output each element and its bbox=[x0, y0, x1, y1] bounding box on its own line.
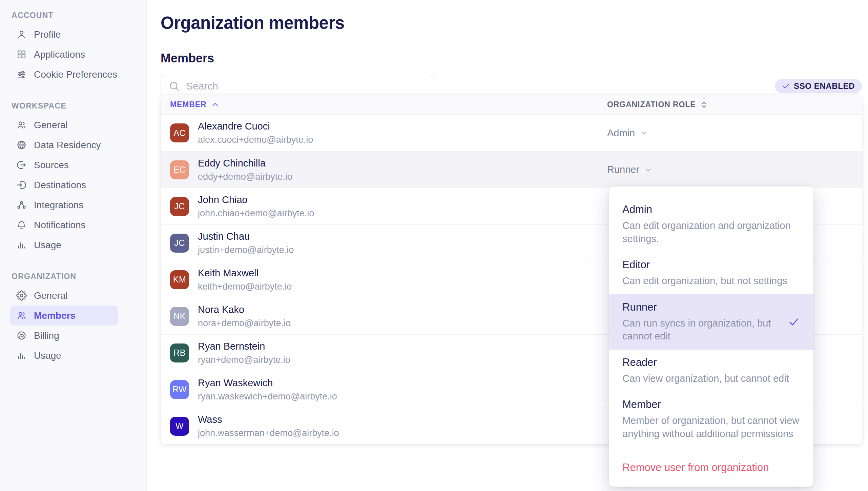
sidebar-item-billing[interactable]: Billing bbox=[10, 326, 118, 346]
sidebar-item-label: Profile bbox=[34, 29, 61, 40]
member-name: John Chiao bbox=[198, 195, 314, 205]
sidebar-item-notifications[interactable]: Notifications bbox=[10, 215, 118, 235]
avatar: KM bbox=[170, 270, 189, 289]
role-option-description: Member of organization, but cannot view … bbox=[622, 414, 800, 440]
sidebar-item-label: Usage bbox=[34, 350, 61, 361]
sidebar-item-general[interactable]: General bbox=[10, 286, 118, 306]
member-email: justin+demo@airbyte.io bbox=[198, 246, 294, 255]
member-cell: NKNora Kakonora+demo@airbyte.io bbox=[170, 305, 607, 328]
member-email: ryan+demo@airbyte.io bbox=[198, 355, 290, 365]
role-option-title: Admin bbox=[622, 203, 800, 216]
member-name: Nora Kako bbox=[198, 305, 291, 315]
users-icon bbox=[16, 310, 27, 321]
avatar: AC bbox=[170, 123, 189, 142]
role-option-reader[interactable]: ReaderCan view organization, but cannot … bbox=[609, 350, 813, 392]
sidebar-item-applications[interactable]: Applications bbox=[10, 44, 118, 64]
bar-chart-icon bbox=[16, 350, 27, 361]
member-info: Keith Maxwellkeith+demo@airbyte.io bbox=[198, 268, 292, 291]
member-name: Justin Chau bbox=[198, 232, 294, 241]
avatar: RW bbox=[170, 380, 189, 399]
member-name: Alexandre Cuoci bbox=[198, 121, 313, 131]
role-dropdown-trigger[interactable]: Runner bbox=[607, 164, 862, 175]
users-icon bbox=[16, 120, 27, 130]
member-column-label: MEMBER bbox=[170, 100, 207, 109]
integrations-icon bbox=[16, 200, 27, 210]
sidebar-section-label: ORGANIZATION bbox=[0, 271, 146, 281]
members-controls: SSO ENABLED bbox=[161, 75, 862, 97]
remove-user-from-organization-button[interactable]: Remove user from organization bbox=[609, 453, 813, 478]
member-cell: ECEddy Chinchillaeddy+demo@airbyte.io bbox=[170, 158, 607, 181]
member-info: Nora Kakonora+demo@airbyte.io bbox=[198, 305, 291, 328]
avatar: JC bbox=[170, 197, 189, 216]
member-info: Eddy Chinchillaeddy+demo@airbyte.io bbox=[198, 158, 292, 181]
sidebar-item-label: Usage bbox=[34, 240, 61, 251]
member-email: john.chiao+demo@airbyte.io bbox=[198, 209, 314, 218]
sidebar-item-label: Billing bbox=[34, 330, 59, 341]
apps-grid-icon bbox=[16, 49, 27, 60]
role-option-admin[interactable]: AdminCan edit organization and organizat… bbox=[609, 197, 813, 252]
sidebar-item-sources[interactable]: Sources bbox=[10, 155, 118, 175]
sidebar-item-usage[interactable]: Usage bbox=[10, 346, 118, 366]
role-option-member[interactable]: MemberMember of organization, but cannot… bbox=[609, 392, 813, 447]
sidebar-item-destinations[interactable]: Destinations bbox=[10, 175, 118, 195]
sidebar-item-usage[interactable]: Usage bbox=[10, 235, 118, 255]
member-info: Alexandre Cuocialex.cuoci+demo@airbyte.i… bbox=[198, 121, 313, 144]
bar-chart-icon bbox=[16, 240, 27, 250]
role-value: Admin bbox=[607, 127, 635, 139]
member-name: Ryan Bernstein bbox=[198, 341, 290, 351]
sso-badge-label: SSO ENABLED bbox=[794, 81, 855, 91]
member-search[interactable] bbox=[161, 75, 433, 97]
member-email: ryan.waskewich+demo@airbyte.io bbox=[198, 392, 337, 401]
globe-icon bbox=[16, 140, 27, 150]
member-name: Wass bbox=[198, 415, 339, 425]
avatar: EC bbox=[170, 160, 189, 179]
member-email: nora+demo@airbyte.io bbox=[198, 319, 291, 328]
sidebar-section-label: ACCOUNT bbox=[0, 10, 146, 20]
search-icon bbox=[168, 80, 180, 92]
settings-sidebar: ACCOUNTProfileApplicationsCookie Prefere… bbox=[0, 0, 147, 491]
role-column-label: ORGANIZATION ROLE bbox=[607, 100, 696, 109]
octopus-icon bbox=[16, 330, 27, 341]
role-option-content: ReaderCan view organization, but cannot … bbox=[622, 356, 800, 385]
member-cell: KMKeith Maxwellkeith+demo@airbyte.io bbox=[170, 268, 607, 291]
member-email: john.wasserman+demo@airbyte.io bbox=[198, 429, 339, 438]
chevron-down-icon bbox=[639, 129, 648, 137]
sidebar-item-integrations[interactable]: Integrations bbox=[10, 195, 118, 215]
destination-icon bbox=[16, 180, 27, 190]
avatar: W bbox=[170, 417, 189, 436]
role-option-runner[interactable]: RunnerCan run syncs in organization, but… bbox=[609, 294, 813, 350]
gear-icon bbox=[16, 290, 27, 301]
role-option-description: Can run syncs in organization, but canno… bbox=[622, 317, 780, 343]
role-option-title: Reader bbox=[622, 356, 800, 369]
role-option-title: Member bbox=[622, 398, 800, 411]
sidebar-item-data-residency[interactable]: Data Residency bbox=[10, 135, 118, 155]
role-option-title: Runner bbox=[622, 301, 782, 313]
member-info: John Chiaojohn.chiao+demo@airbyte.io bbox=[198, 195, 314, 218]
member-row: ACAlexandre Cuocialex.cuoci+demo@airbyte… bbox=[161, 115, 862, 151]
search-input[interactable] bbox=[186, 80, 426, 92]
sidebar-item-label: Data Residency bbox=[34, 140, 101, 151]
role-value: Runner bbox=[607, 164, 639, 175]
role-option-content: EditorCan edit organization, but not set… bbox=[622, 259, 800, 288]
sidebar-item-cookie-preferences[interactable]: Cookie Preferences bbox=[10, 64, 118, 84]
role-option-description: Can edit organization and organization s… bbox=[622, 219, 800, 245]
sidebar-item-profile[interactable]: Profile bbox=[10, 24, 118, 44]
chevron-down-icon bbox=[644, 165, 653, 174]
user-icon bbox=[16, 29, 27, 40]
role-option-editor[interactable]: EditorCan edit organization, but not set… bbox=[609, 252, 813, 294]
sidebar-section-workspace: WORKSPACEGeneralData ResidencySourcesDes… bbox=[0, 101, 146, 255]
role-dropdown-trigger[interactable]: Admin bbox=[607, 127, 862, 139]
sidebar-item-label: General bbox=[34, 120, 68, 131]
member-name: Keith Maxwell bbox=[198, 268, 292, 278]
sort-both-icon bbox=[700, 100, 708, 109]
sidebar-item-general[interactable]: General bbox=[10, 115, 118, 135]
column-header-organization-role[interactable]: ORGANIZATION ROLE bbox=[607, 100, 862, 109]
role-option-content: MemberMember of organization, but cannot… bbox=[622, 398, 800, 440]
sidebar-item-label: Integrations bbox=[34, 200, 83, 211]
member-email: eddy+demo@airbyte.io bbox=[198, 172, 292, 181]
role-dropdown-menu: AdminCan edit organization and organizat… bbox=[609, 186, 813, 487]
column-header-member[interactable]: MEMBER bbox=[170, 100, 607, 109]
sidebar-item-label: Members bbox=[34, 310, 76, 321]
sidebar-item-members[interactable]: Members bbox=[10, 306, 118, 326]
member-cell: JCJustin Chaujustin+demo@airbyte.io bbox=[170, 232, 607, 255]
